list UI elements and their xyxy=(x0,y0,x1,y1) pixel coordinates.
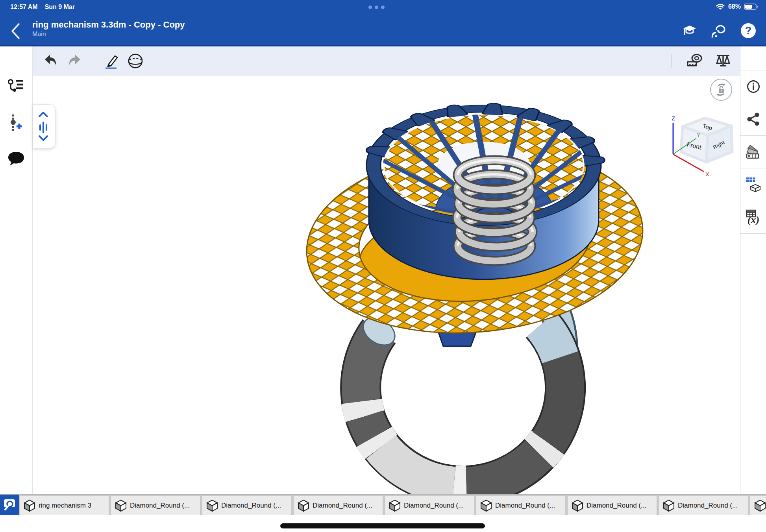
home-area xyxy=(0,515,766,532)
part-studio-icon xyxy=(298,499,309,512)
battery-percent: 68% xyxy=(728,3,741,10)
document-header: ring mechanism 3.3dm - Copy - Copy Main xyxy=(0,17,766,46)
svg-text:?: ? xyxy=(745,25,752,37)
tab-part-studio[interactable]: Diamond_Round (... xyxy=(568,496,657,515)
clock: 12:57 AM xyxy=(10,4,38,11)
view-cube[interactable]: Top Front Right Z X Y xyxy=(668,114,742,179)
workspace-name: Main xyxy=(32,31,185,38)
tab-part-studio[interactable]: Diamond_Round (... xyxy=(659,496,748,515)
feature-scrubber-flyout xyxy=(33,104,56,148)
onshape-app: 12:57 AM Sun 9 Mar 68% ring mechanism 3.… xyxy=(0,0,766,532)
ring-model[interactable] xyxy=(33,76,740,494)
tab-strip: ring mechanism 3 Diamond_Round (... Diam… xyxy=(20,495,766,515)
scrub-down-button[interactable] xyxy=(38,133,50,143)
tab-part-studio[interactable]: Diamond_Round (... xyxy=(111,496,200,515)
part-studio-icon xyxy=(115,499,127,512)
redo-button[interactable] xyxy=(65,52,83,70)
tab-label: Diamond_Round (... xyxy=(130,502,190,510)
part-studio-icon xyxy=(206,499,218,512)
tab-part-studio[interactable]: Diamond_Round (... xyxy=(385,496,474,515)
info-panel-button[interactable] xyxy=(740,70,766,103)
tab-part-studio[interactable]: Diamond_Round (... xyxy=(202,496,291,515)
part-studio-icon xyxy=(754,499,766,512)
tab-label: Diamond_Round (... xyxy=(313,502,372,510)
appearance-panel-button[interactable] xyxy=(740,136,766,168)
part-studio-icon xyxy=(663,499,675,512)
date: Sun 9 Mar xyxy=(45,4,75,11)
back-button[interactable] xyxy=(7,22,24,41)
variable-table-icon: (x) xyxy=(745,209,762,225)
mass-properties-button[interactable] xyxy=(714,52,732,70)
sketch-button[interactable] xyxy=(103,52,121,70)
tab-part-studio[interactable]: Diamond_Round (... xyxy=(294,496,383,515)
follow-mode-icon xyxy=(711,22,727,38)
sketch-pencil-icon xyxy=(104,53,120,69)
chevron-up-icon xyxy=(38,111,48,118)
primitive-sphere-button[interactable] xyxy=(126,52,144,70)
comment-icon xyxy=(7,151,25,167)
battery-icon xyxy=(744,3,758,10)
multitask-dots-icon xyxy=(368,6,385,9)
part-studio-icon xyxy=(389,499,401,512)
toolbar-divider xyxy=(93,54,93,68)
axis-z-label: Z xyxy=(672,115,675,122)
chevron-down-icon xyxy=(38,135,48,141)
tab-label: ring mechanism 3 xyxy=(39,502,91,510)
tab-part-studio[interactable]: Diamond_Round (... xyxy=(750,496,766,515)
svg-text:(x): (x) xyxy=(747,214,759,225)
tab-search-icon xyxy=(0,495,19,515)
comments-button[interactable] xyxy=(7,150,25,168)
insert-feature-icon xyxy=(7,114,24,131)
scrub-up-button[interactable] xyxy=(38,110,50,119)
back-chevron-icon xyxy=(9,22,21,40)
rotation-lock-button[interactable] xyxy=(710,79,732,101)
learning-center-button[interactable] xyxy=(682,22,698,38)
tab-label: Diamond_Round (... xyxy=(404,502,464,510)
rollback-slider-icon xyxy=(38,122,48,133)
toolbar-divider xyxy=(154,54,154,68)
help-icon: ? xyxy=(740,22,757,39)
model-canvas[interactable]: Top Front Right Z X Y xyxy=(33,46,740,494)
help-button[interactable]: ? xyxy=(740,22,756,38)
rollback-bar-button[interactable] xyxy=(38,122,50,131)
feature-list-icon xyxy=(7,79,24,94)
axis-x-label: X xyxy=(705,171,709,177)
configurations-panel-button[interactable] xyxy=(740,168,766,201)
part-studio-icon xyxy=(572,499,583,512)
undo-button[interactable] xyxy=(42,52,60,70)
canvas-toolbar xyxy=(33,46,740,76)
part-studio-icon xyxy=(480,499,492,512)
tab-label: Diamond_Round (... xyxy=(495,502,555,510)
configuration-table-cube-icon xyxy=(746,177,761,192)
home-indicator[interactable] xyxy=(280,523,485,528)
sphere-icon xyxy=(127,53,144,69)
axis-y-label: Y xyxy=(697,132,701,138)
tab-part-studio[interactable]: Diamond_Round (... xyxy=(476,496,565,515)
toolbar-divider xyxy=(671,54,672,68)
part-studio-icon xyxy=(24,499,35,512)
tab-search-button[interactable] xyxy=(0,495,19,515)
tab-label: Diamond_Round (... xyxy=(587,502,646,510)
feature-list-button[interactable] xyxy=(7,78,25,95)
info-icon xyxy=(746,79,760,94)
measure-tape-icon xyxy=(686,53,703,69)
measure-button[interactable] xyxy=(686,52,704,70)
graduation-cap-icon xyxy=(682,22,698,38)
tab-part-studio[interactable]: ring mechanism 3 xyxy=(20,496,109,515)
insert-feature-button[interactable] xyxy=(7,114,25,131)
appearance-swatches-icon xyxy=(746,144,761,159)
tab-label: Diamond_Round (... xyxy=(678,502,738,510)
variables-panel-button[interactable]: (x) xyxy=(740,201,766,234)
share-panel-button[interactable] xyxy=(740,103,766,136)
document-title: ring mechanism 3.3dm - Copy - Copy xyxy=(32,20,185,30)
rotation-lock-icon xyxy=(711,79,731,100)
status-bar: 12:57 AM Sun 9 Mar 68% xyxy=(0,0,766,17)
document-tab-bar: ring mechanism 3 Diamond_Round (... Diam… xyxy=(0,494,766,515)
balance-scale-icon xyxy=(714,53,732,69)
follow-mode-button[interactable] xyxy=(711,22,727,38)
share-icon xyxy=(747,112,760,126)
wifi-icon xyxy=(716,3,725,10)
main-area: Top Front Right Z X Y xyxy=(0,46,766,494)
tab-label: Diamond_Round (... xyxy=(221,502,281,510)
undo-icon xyxy=(43,54,58,68)
